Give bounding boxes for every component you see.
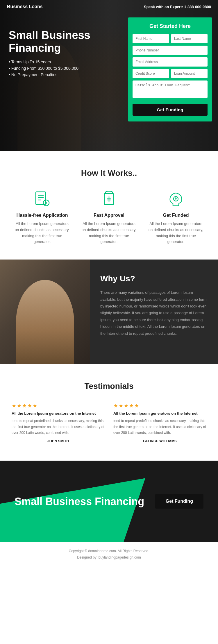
hiw-step-2-desc: All the Lorem Ipsum generators on define… [81, 221, 137, 245]
footer-line-2: Designed by: buylandingpagedesign.com [6, 554, 212, 561]
cta-section: Small Business Financing Get Funding [0, 461, 218, 542]
hiw-step-1-title: Hassle-free Application [15, 213, 70, 218]
funded-icon [167, 189, 185, 208]
hiw-step-approval: Fast Approval All the Lorem Ipsum genera… [78, 189, 140, 245]
footer-line-1: Copyright © domainname.com. All Rights R… [6, 548, 212, 554]
hero-title: Small Business Financing [9, 29, 125, 54]
testimonials-section: Testimonials ★★★★★ All the Lorem Ipsum g… [0, 364, 218, 461]
credit-score-input[interactable] [133, 69, 169, 78]
email-input[interactable] [133, 57, 208, 67]
approval-icon [100, 189, 118, 208]
form-title: Get Started Here [133, 23, 208, 29]
email-row [133, 57, 208, 67]
how-it-works-section: How It Works.. Hassle-free Application A… [0, 151, 218, 260]
testimonial-1-text: tend to repeat predefined chunks as nece… [12, 418, 105, 436]
last-name-input[interactable] [171, 34, 208, 43]
site-header: Business Loans Speak with an Expert: 1-8… [0, 0, 218, 13]
why-us-section: Why Us? There are many variations of pas… [0, 260, 218, 364]
testimonials-title: Testimonials [12, 382, 206, 391]
details-textarea[interactable] [133, 80, 208, 98]
get-funding-button-hero[interactable]: Get Funding [133, 104, 208, 116]
hero-bullet-2: Funding From $50,000 to $5,000,000 [9, 66, 125, 71]
phone-number: 1-888-000-0800 [184, 5, 211, 9]
get-funding-button-cta[interactable]: Get Funding [155, 494, 203, 509]
credit-loan-row [133, 69, 208, 78]
how-it-works-title: How It Works.. [12, 169, 206, 178]
hiw-step-1-desc: All the Lorem Ipsum generators on define… [15, 221, 70, 245]
why-us-title: Why Us? [100, 274, 208, 283]
why-us-description: There are many variations of passages of… [100, 289, 208, 337]
first-name-input[interactable] [133, 34, 169, 43]
hero-content: Small Business Financing Terms Up To 15 … [0, 0, 218, 151]
name-row [133, 34, 208, 43]
phone-input[interactable] [133, 46, 208, 55]
why-us-content: Why Us? There are many variations of pas… [90, 260, 218, 364]
header-phone: Speak with an Expert: 1-888-000-0800 [144, 5, 211, 9]
hiw-step-2-title: Fast Approval [81, 213, 137, 218]
testimonials-grid: ★★★★★ All the Lorem Ipsum generators on … [12, 403, 206, 443]
details-row [133, 80, 208, 101]
hiw-step-3-desc: All the Lorem Ipsum generators on define… [148, 221, 203, 245]
hiw-step-application: Hassle-free Application All the Lorem Ip… [12, 189, 73, 245]
site-footer: Copyright © domainname.com. All Rights R… [0, 542, 218, 566]
testimonial-2-title: All the Lorem Ipsum generators on the In… [113, 411, 206, 416]
testimonial-1-title: All the Lorem Ipsum generators on the In… [12, 411, 105, 416]
testimonial-2: ★★★★★ All the Lorem Ipsum generators on … [113, 403, 206, 443]
testimonial-2-stars: ★★★★★ [113, 403, 206, 409]
testimonial-1-stars: ★★★★★ [12, 403, 105, 409]
testimonial-1-author: JOHN SMITH [12, 439, 105, 443]
how-it-works-grid: Hassle-free Application All the Lorem Ip… [12, 189, 206, 245]
application-icon [33, 189, 51, 208]
hero-bullets: Terms Up To 15 Years Funding From $50,00… [9, 60, 125, 77]
testimonial-1: ★★★★★ All the Lorem Ipsum generators on … [12, 403, 105, 443]
lead-form-card: Get Started Here Get Funding [128, 17, 212, 121]
cta-title: Small Business Financing [15, 495, 144, 507]
cta-content: Small Business Financing Get Funding [0, 461, 218, 542]
testimonial-2-text: tend to repeat predefined chunks as nece… [113, 418, 206, 436]
site-logo: Business Loans [7, 4, 43, 9]
testimonial-2-author: GEORGE WILLIAMS [113, 439, 206, 443]
hiw-step-funded: Get Funded All the Lorem Ipsum generator… [145, 189, 206, 245]
why-us-image [0, 260, 90, 364]
phone-row [133, 46, 208, 55]
loan-amount-input[interactable] [171, 69, 208, 78]
svg-rect-0 [36, 192, 46, 205]
hero-section: Business Loans Speak with an Expert: 1-8… [0, 0, 218, 151]
hero-bullet-1: Terms Up To 15 Years [9, 60, 125, 64]
phone-label: Speak with an Expert: [144, 5, 183, 9]
hiw-step-3-title: Get Funded [148, 213, 203, 218]
hero-left-content: Small Business Financing Terms Up To 15 … [9, 17, 128, 79]
hero-bullet-3: No Prepayment Penalties [9, 72, 125, 77]
